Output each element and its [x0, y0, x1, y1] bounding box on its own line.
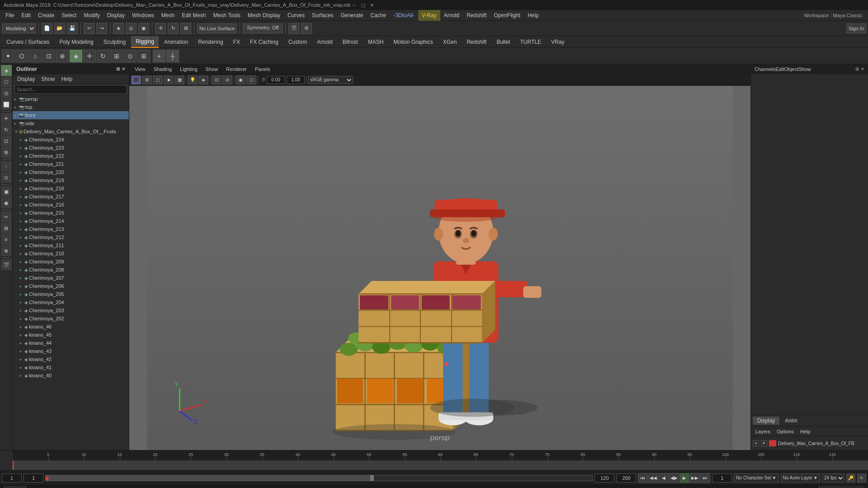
- tab-curves-surfaces[interactable]: Curves / Surfaces: [2, 36, 54, 48]
- tree-item-cherimoya_211[interactable]: ▸◈Cherimoya_211: [13, 241, 129, 249]
- channels-btn[interactable]: Channels: [755, 66, 775, 72]
- vp-menu-view[interactable]: View: [131, 66, 149, 73]
- panel-float-btn[interactable]: ⊞: [855, 66, 859, 71]
- menu-curves[interactable]: Curves: [284, 10, 308, 21]
- tree-item-cherimoya_218[interactable]: ▸◈Cherimoya_218: [13, 184, 129, 192]
- outliner-display-menu[interactable]: Display: [14, 75, 38, 83]
- menu-display[interactable]: Display: [104, 10, 128, 21]
- help-menu[interactable]: Help: [797, 428, 813, 435]
- cut-faces[interactable]: ✂: [1, 211, 12, 222]
- scale-btn[interactable]: ⊡: [1, 136, 12, 146]
- tab-bifrost[interactable]: Bifrost: [338, 36, 363, 48]
- tree-item-cherimoya_213[interactable]: ▸◈Cherimoya_213: [13, 225, 129, 233]
- render-tool[interactable]: 🎬: [1, 259, 12, 270]
- vp-time-input[interactable]: [267, 76, 285, 84]
- rotate-tool[interactable]: ↻: [168, 23, 179, 34]
- menu-modify[interactable]: Modify: [80, 10, 103, 21]
- tree-item-delivery_group[interactable]: ▼⊞Delivery_Man_Carries_A_Box_Of__Fruits: [13, 127, 129, 136]
- mel-selector[interactable]: MEL: [4, 486, 26, 488]
- undo-btn[interactable]: ↩: [84, 23, 94, 34]
- workspace-dropdown[interactable]: Modeling: [2, 23, 36, 33]
- tab-fx[interactable]: FX: [229, 36, 245, 48]
- paint-select-btn[interactable]: ⬡: [1, 76, 12, 87]
- tab-arnold[interactable]: Arnold: [312, 36, 337, 48]
- maximize-button[interactable]: ▢: [359, 1, 367, 9]
- tree-item-cherimoya_208[interactable]: ▸◈Cherimoya_208: [13, 266, 129, 274]
- menu-edit-mesh[interactable]: Edit Mesh: [178, 10, 209, 21]
- menu-3dto-all[interactable]: -3DtoAll-: [390, 10, 418, 21]
- vp-textured[interactable]: ▦: [175, 75, 184, 84]
- tab-poly-modeling[interactable]: Poly Modeling: [55, 36, 98, 48]
- menu-mesh[interactable]: Mesh: [158, 10, 178, 21]
- tab-custom[interactable]: Custom: [284, 36, 311, 48]
- tab-motion-graphics[interactable]: Motion Graphics: [389, 36, 437, 48]
- fps-selector[interactable]: 24 fps 30 fps 60 fps: [822, 474, 844, 483]
- menu-file[interactable]: File: [2, 10, 18, 21]
- bridge[interactable]: ≡: [1, 234, 12, 245]
- tree-item-side[interactable]: ▸📷side: [13, 119, 129, 127]
- vp-solid[interactable]: ■: [164, 75, 174, 84]
- tab-rendering[interactable]: Rendering: [193, 36, 227, 48]
- tree-item-cherimoya_209[interactable]: ▸◈Cherimoya_209: [13, 258, 129, 266]
- tree-item-kivano_44[interactable]: ▸◈kivano_44: [13, 339, 129, 347]
- tree-item-cherimoya_219[interactable]: ▸◈Cherimoya_219: [13, 176, 129, 184]
- outliner-search-input[interactable]: [14, 85, 127, 94]
- vp-flat-shade[interactable]: ⬡: [246, 75, 256, 84]
- minimize-button[interactable]: ─: [350, 1, 358, 9]
- tree-item-cherimoya_217[interactable]: ▸◈Cherimoya_217: [13, 192, 129, 201]
- object-btn[interactable]: Object: [784, 66, 798, 72]
- vp-time-input2[interactable]: [287, 76, 305, 84]
- marquee-btn[interactable]: ⬜: [1, 99, 12, 110]
- tree-item-persp[interactable]: ▸📷persp: [13, 95, 129, 103]
- current-frame-right-input[interactable]: [712, 474, 732, 483]
- tree-item-top[interactable]: ▸📷top: [13, 103, 129, 111]
- show-manip[interactable]: ▣: [1, 186, 12, 197]
- shelf-skin-bind[interactable]: ⊡: [42, 50, 55, 62]
- make-live[interactable]: ⊙: [1, 172, 12, 183]
- layer-color-swatch[interactable]: [769, 440, 776, 446]
- shelf-joint-tool[interactable]: ✦: [2, 50, 14, 62]
- symmetry-btn[interactable]: Symmetry: Off: [243, 23, 283, 33]
- menu-generate[interactable]: Generate: [337, 10, 367, 21]
- play-back-btn[interactable]: ◀▶: [669, 473, 679, 483]
- menu-select[interactable]: Select: [58, 10, 80, 21]
- select-tool[interactable]: ◈: [113, 23, 124, 34]
- next-frame-btn[interactable]: ▶▶: [690, 473, 700, 483]
- tree-item-cherimoya_204[interactable]: ▸◈Cherimoya_204: [13, 298, 129, 306]
- tree-item-cherimoya_207[interactable]: ▸◈Cherimoya_207: [13, 274, 129, 282]
- menu-mesh-display[interactable]: Mesh Display: [244, 10, 284, 21]
- tree-item-cherimoya_220[interactable]: ▸◈Cherimoya_220: [13, 168, 129, 176]
- tree-item-cherimoya_223[interactable]: ▸◈Cherimoya_223: [13, 144, 129, 152]
- layer-playback-btn[interactable]: P: [761, 440, 767, 446]
- total-end-input[interactable]: [616, 474, 636, 483]
- vp-iso-select[interactable]: ⊡: [212, 75, 222, 84]
- tree-item-cherimoya_214[interactable]: ▸◈Cherimoya_214: [13, 217, 129, 225]
- sign-in-btn[interactable]: Sign In: [846, 23, 866, 33]
- snap-points[interactable]: ◦: [1, 161, 12, 172]
- shelf-ik-tool[interactable]: ⌬: [15, 50, 28, 62]
- menu-windows[interactable]: Windows: [128, 10, 158, 21]
- tree-item-cherimoya_206[interactable]: ▸◈Cherimoya_206: [13, 282, 129, 290]
- shelf-scale-tool[interactable]: ⊞: [110, 50, 123, 62]
- merge[interactable]: ⊕: [1, 245, 12, 256]
- shelf-snap-grid[interactable]: ⊞: [137, 50, 150, 62]
- tree-item-front[interactable]: ▸📷front: [13, 111, 129, 119]
- no-anim-layer-btn[interactable]: No Anim Layer ▼: [781, 474, 821, 483]
- paint-select[interactable]: ◉: [138, 23, 149, 34]
- tree-item-cherimoya_210[interactable]: ▸◈Cherimoya_210: [13, 249, 129, 258]
- vp-menu-renderer[interactable]: Renderer: [222, 66, 250, 73]
- range-start-input[interactable]: [24, 474, 43, 483]
- tab-sculpting[interactable]: Sculpting: [99, 36, 130, 48]
- vp-menu-lighting[interactable]: Lighting: [176, 66, 201, 73]
- vp-menu-show[interactable]: Show: [202, 66, 222, 73]
- display-tab[interactable]: Display: [753, 417, 779, 425]
- tree-item-cherimoya_212[interactable]: ▸◈Cherimoya_212: [13, 233, 129, 241]
- options-menu[interactable]: Options: [774, 428, 797, 435]
- tab-vray[interactable]: VRay: [547, 36, 569, 48]
- layer-visibility-btn[interactable]: V: [753, 440, 759, 446]
- shelf-skin-weight[interactable]: ⊕: [56, 50, 69, 62]
- viewport-canvas[interactable]: X Y Z persp: [129, 86, 750, 450]
- range-slider[interactable]: [45, 475, 593, 481]
- vp-xray[interactable]: ⊘: [222, 75, 232, 84]
- vp-grid-display[interactable]: ⊞: [142, 75, 152, 84]
